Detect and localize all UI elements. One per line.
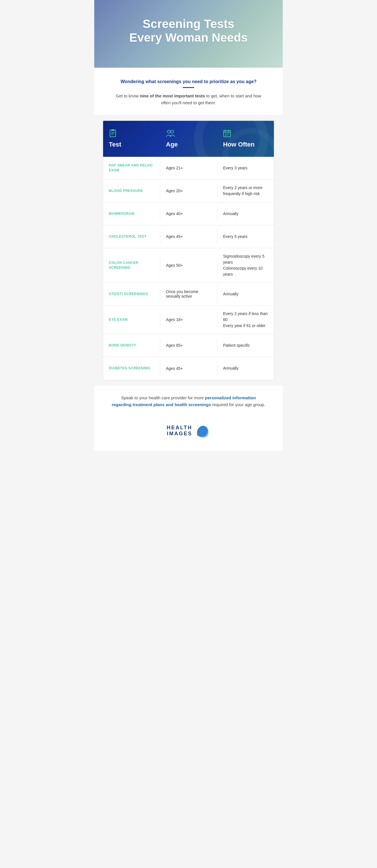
table-row: BLOOD PRESSURE Ages 20+ Every 2 years or… [103,180,274,203]
cell-how-often-5: Annually [217,286,274,302]
screening-table: Test Age [103,121,274,380]
logo-text: HEALTH IMAGES [167,425,192,437]
intro-text: Get to know nine of the most important t… [112,93,265,106]
cell-how-often-7: Patient specific [217,337,274,353]
cell-how-often-2: Annually [217,206,274,222]
table-row: DIABETES SCREENING Ages 45+ Annually [103,357,274,380]
calendar-icon [223,129,268,139]
col-how-often-header: How Often [217,129,274,148]
svg-rect-7 [224,130,230,137]
col-age-header: Age [160,129,217,148]
cell-how-often-0: Every 3 years [217,160,274,176]
cell-age-2: Ages 40+ [160,206,217,221]
svg-point-13 [228,133,229,134]
svg-point-14 [225,135,226,136]
footer-section: Speak to your health care provider for m… [94,386,283,417]
table-header: Test Age [103,121,274,157]
table-row: EYE EXAM Ages 18+ Every 2 years if less … [103,306,274,334]
cell-test-2: MAMMOGRAM [103,206,160,221]
logo-section: HEALTH IMAGES [94,417,283,451]
svg-point-5 [167,130,170,133]
cell-age-3: Ages 45+ [160,229,217,244]
table-row: BONE DENSITY Ages 65+ Patient specific [103,334,274,357]
cell-test-6: EYE EXAM [103,312,160,327]
cell-age-8: Ages 45+ [160,361,217,376]
col-test-label: Test [109,141,155,148]
hero-section: Screening Tests Every Woman Needs [94,0,283,68]
svg-point-6 [171,130,174,133]
logo-health: HEALTH [167,425,192,431]
footer-text: Speak to your health care provider for m… [112,395,265,408]
table-row: PAP SMEAR AND PELVIC EXAM Ages 21+ Every… [103,157,274,180]
table-row: CHOLESTEROL TEST Ages 45+ Every 5 years [103,225,274,248]
logo-images: IMAGES [167,431,192,437]
intro-question: Wondering what screenings you need to pr… [112,79,265,84]
svg-point-12 [227,133,228,134]
svg-point-11 [225,133,226,134]
hero-title: Screening Tests Every Woman Needs [106,17,271,45]
cell-test-0: PAP SMEAR AND PELVIC EXAM [103,158,160,178]
cell-age-7: Ages 65+ [160,338,217,353]
table-row: STD/STI SCREENINGS Once you become sexua… [103,283,274,306]
col-how-often-label: How Often [223,141,268,148]
cell-test-1: BLOOD PRESSURE [103,183,160,198]
cell-test-3: CHOLESTEROL TEST [103,229,160,244]
cell-age-0: Ages 21+ [160,160,217,175]
cell-age-4: Ages 50+ [160,258,217,273]
test-icon [109,129,155,139]
cell-test-8: DIABETES SCREENING [103,361,160,376]
table-row: COLON CANCER SCREENING Ages 50+ Sigmoido… [103,248,274,283]
svg-rect-1 [112,129,114,131]
cell-how-often-1: Every 2 years or more frequently if high… [217,180,274,202]
cell-how-often-6: Every 2 years if less than 60Every year … [217,306,274,334]
intro-section: Wondering what screenings you need to pr… [94,68,283,115]
cell-age-1: Ages 20+ [160,183,217,198]
col-age-label: Age [166,141,212,148]
col-test-header: Test [103,129,160,148]
cell-test-4: COLON CANCER SCREENING [103,255,160,275]
table-body: PAP SMEAR AND PELVIC EXAM Ages 21+ Every… [103,157,274,380]
intro-divider [183,87,194,88]
svg-point-15 [227,135,228,136]
table-row: MAMMOGRAM Ages 40+ Annually [103,203,274,225]
cell-age-6: Ages 18+ [160,312,217,327]
cell-how-often-3: Every 5 years [217,228,274,245]
cell-test-7: BONE DENSITY [103,338,160,353]
logo-icon [194,423,210,439]
cell-age-5: Once you become sexually active [160,284,217,304]
age-icon [166,129,212,139]
cell-how-often-4: Sigmoidoscopy every 5 yearsColonoscopy e… [217,248,274,282]
cell-how-often-8: Annually [217,360,274,376]
cell-test-5: STD/STI SCREENINGS [103,286,160,302]
